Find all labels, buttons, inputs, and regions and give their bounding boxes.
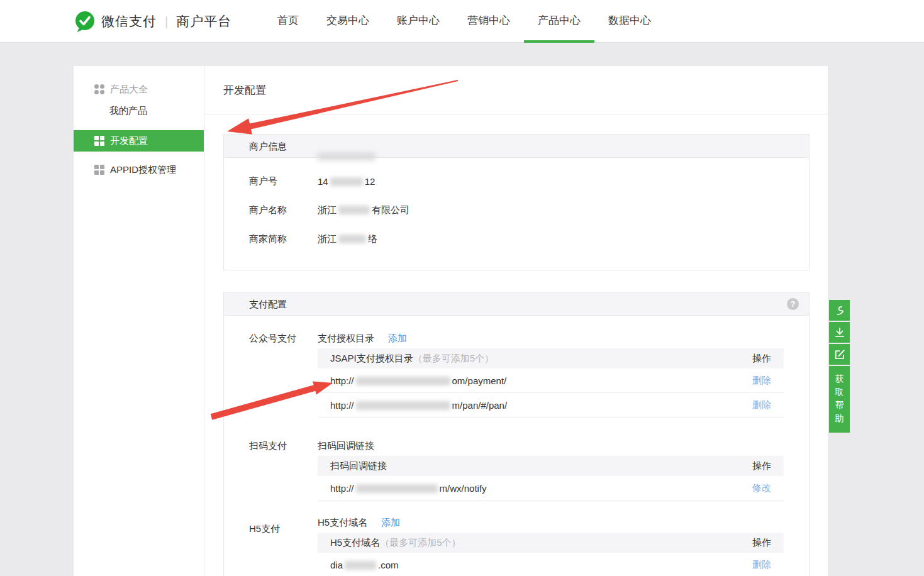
jsapi-pay-label: 公众号支付: [249, 316, 318, 418]
redaction-smudge: [318, 153, 376, 160]
link-button[interactable]: [829, 300, 850, 321]
jsapi-pay-main: 支付授权目录 添加 JSAPI支付授权目录（最多可添加5个） 操作 http:/…: [318, 316, 784, 418]
table-row: http://om/payment/ 删除: [318, 368, 784, 393]
download-button[interactable]: [829, 322, 850, 343]
nav-data-center[interactable]: 数据中心: [608, 0, 651, 43]
table-header-title: 扫码回调链接: [330, 460, 387, 472]
sidebar-item-product-catalog[interactable]: 产品大全: [74, 79, 204, 100]
merchant-info-title: 商户信息: [249, 141, 287, 152]
jsapi-auth-dir-table: JSAPI支付授权目录（最多可添加5个） 操作 http://om/paymen…: [318, 348, 784, 418]
qr-callback-url: http://m/wx/notify: [330, 483, 487, 494]
top-header: 微信支付 | 商户平台 首页 交易中心 账户中心 营销中心 产品中心 数据中心: [0, 0, 924, 43]
merchant-name-label: 商户名称: [249, 204, 318, 216]
table-row: dia.com 删除: [318, 553, 784, 576]
grid-squares-icon: [94, 136, 104, 146]
qr-pay-section: 扫码支付 扫码回调链接 扫码回调链接 操作 http://m/wx/notify: [249, 418, 809, 501]
h5-section-head: H5支付域名 添加: [318, 512, 784, 533]
sidebar-item-my-products[interactable]: 我的产品: [74, 100, 204, 121]
merchant-info-header: 商户信息: [224, 135, 809, 158]
action-column-header: 操作: [752, 537, 771, 549]
action-column-header: 操作: [752, 460, 771, 472]
h5-pay-section: H5支付 H5支付域名 添加 H5支付域名（最多可添加5个） 操作: [249, 501, 809, 576]
edit-icon: [833, 348, 846, 361]
table-header-note: （最多可添加5个）: [380, 537, 460, 548]
merchant-shortname-label: 商家简称: [249, 233, 318, 245]
table-row: http://m/wx/notify 修改: [318, 476, 784, 501]
brand-name: 微信支付: [101, 13, 157, 30]
link-icon: [833, 304, 846, 317]
feedback-button[interactable]: [829, 344, 850, 365]
action-column-header: 操作: [752, 353, 771, 365]
top-nav: 首页 交易中心 账户中心 营销中心 产品中心 数据中心: [277, 0, 651, 43]
qr-callback-label: 扫码回调链接: [318, 440, 374, 452]
h5-domain-label: H5支付域名: [318, 517, 367, 529]
qr-callback-table: 扫码回调链接 操作 http://m/wx/notify 修改: [318, 456, 784, 501]
get-help-button[interactable]: 获取帮助: [829, 366, 850, 433]
merchant-shortname-row: 商家简称 浙江络: [249, 224, 809, 253]
merchant-shortname-value: 浙江络: [318, 233, 377, 245]
download-icon: [833, 326, 846, 339]
table-header-title: H5支付域名（最多可添加5个）: [330, 537, 461, 549]
auth-dir-label: 支付授权目录: [318, 333, 374, 345]
merchant-name-row: 商户名称 浙江有限公司: [249, 196, 809, 224]
table-header-row: 扫码回调链接 操作: [318, 456, 784, 476]
payment-config-box: 支付配置 ? 公众号支付 支付授权目录 添加 JSAPI支付授权目录（最多可添加: [223, 292, 810, 576]
payment-config-body: 公众号支付 支付授权目录 添加 JSAPI支付授权目录（最多可添加5个） 操作: [224, 316, 809, 576]
nav-marketing-center[interactable]: 营销中心: [467, 0, 510, 43]
sidebar-item-label: 我的产品: [109, 105, 147, 117]
redacted-text: [356, 401, 450, 410]
sidebar: 产品大全 我的产品 开发配置 APPID授权管理: [74, 66, 204, 576]
merchant-id-label: 商户号: [249, 175, 318, 187]
sidebar-item-label: APPID授权管理: [110, 164, 176, 176]
sidebar-item-label: 产品大全: [110, 84, 148, 96]
merchant-info-box: 商户信息 商户号 1412 商户名称 浙江有限公司 商家简称 浙江络: [223, 134, 810, 270]
redacted-text: [338, 235, 366, 243]
redacted-text: [356, 484, 438, 493]
add-h5-domain-link[interactable]: 添加: [381, 517, 400, 529]
main-panel: 产品大全 我的产品 开发配置 APPID授权管理 开发配置 商户信息 商户号: [74, 66, 828, 576]
auth-dir-url: http://om/payment/: [330, 375, 506, 386]
wechat-pay-icon: [74, 10, 96, 33]
delete-link[interactable]: 删除: [752, 559, 771, 571]
get-help-label: 获取帮助: [835, 372, 844, 425]
table-header-note: （最多可添加5个）: [413, 353, 494, 363]
brand-divider: |: [165, 14, 168, 29]
nav-home[interactable]: 首页: [277, 0, 299, 43]
floating-toolbar: 获取帮助: [829, 300, 850, 433]
jsapi-section-head: 支付授权目录 添加: [318, 328, 784, 348]
sidebar-item-label: 开发配置: [110, 135, 148, 147]
grid-dots-icon: [94, 84, 104, 94]
nav-transaction-center[interactable]: 交易中心: [326, 0, 369, 43]
sidebar-item-dev-config[interactable]: 开发配置: [74, 130, 204, 152]
qr-section-head: 扫码回调链接: [318, 436, 784, 456]
add-auth-dir-link[interactable]: 添加: [388, 333, 407, 345]
merchant-info-body: 商户号 1412 商户名称 浙江有限公司 商家简称 浙江络: [224, 158, 809, 270]
table-row: http://m/pan/#/pan/ 删除: [318, 393, 784, 418]
page-header: 开发配置: [204, 66, 828, 114]
auth-dir-url: http://m/pan/#/pan/: [330, 400, 507, 411]
redacted-text: [356, 377, 450, 385]
modify-link[interactable]: 修改: [752, 482, 771, 494]
page-title: 开发配置: [223, 83, 266, 97]
h5-domain-value: dia.com: [330, 560, 399, 570]
merchant-id-row: 商户号 1412: [249, 167, 809, 196]
delete-link[interactable]: 删除: [752, 375, 771, 387]
qr-pay-label: 扫码支付: [249, 418, 318, 501]
sidebar-item-appid-auth[interactable]: APPID授权管理: [74, 159, 204, 180]
delete-link[interactable]: 删除: [752, 399, 771, 411]
grid-squares-icon: [94, 165, 104, 175]
nav-product-center[interactable]: 产品中心: [538, 0, 581, 43]
redacted-text: [330, 177, 363, 186]
redacted-text: [338, 206, 370, 214]
merchant-id-value: 1412: [318, 176, 375, 187]
help-icon[interactable]: ?: [787, 298, 799, 310]
nav-account-center[interactable]: 账户中心: [397, 0, 440, 43]
table-header-title: JSAPI支付授权目录（最多可添加5个）: [330, 353, 494, 365]
redacted-text: [345, 561, 376, 570]
h5-pay-label: H5支付: [249, 501, 318, 576]
h5-domain-table: H5支付域名（最多可添加5个） 操作 dia.com 删除: [318, 533, 784, 576]
table-header-row: H5支付域名（最多可添加5个） 操作: [318, 533, 784, 553]
merchant-name-value: 浙江有限公司: [318, 204, 409, 216]
logo[interactable]: 微信支付 | 商户平台: [74, 0, 231, 43]
payment-config-title: 支付配置: [249, 299, 287, 309]
